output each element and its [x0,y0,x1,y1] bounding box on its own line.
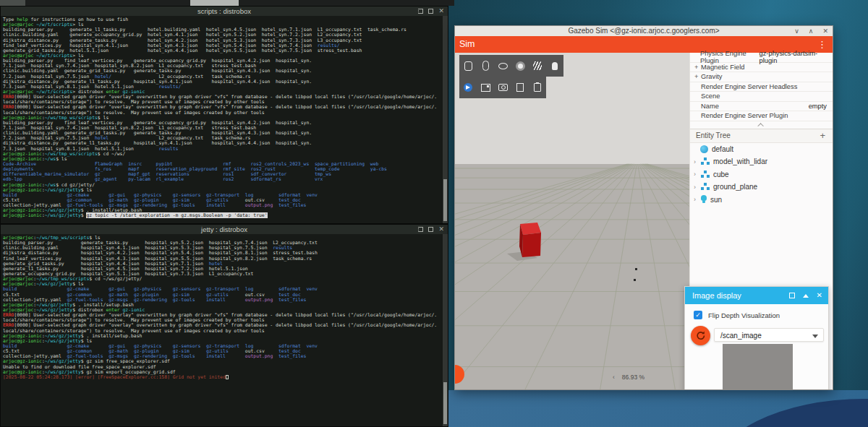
terminal-line: [2025-08-22 05:24:28.173] [error] [FreeS… [3,375,446,380]
top-strip-segment [0,0,25,6]
expand-plus-icon[interactable]: + [694,64,701,71]
checkbox-label: Flip Depth Visualization [708,311,780,319]
screenshot-button[interactable] [477,77,494,98]
property-label: Scene [701,92,720,100]
marker-dot [635,268,637,270]
ellipsoid-button[interactable] [494,55,511,77]
close-icon[interactable]: ✕ [822,26,828,36]
bulb-button[interactable] [546,55,563,77]
expand-plus-icon[interactable]: + [694,73,701,80]
world-property-row[interactable]: Render Engine Server Plugin [690,111,833,121]
entity-tree-header[interactable]: Entity Tree + [690,129,833,143]
desktop: scripts : distrobox ✕ Type help for inst… [0,0,868,427]
transform-button[interactable] [459,77,477,98]
property-label: Gravity [701,73,722,80]
entity-tree-item-ground_plane[interactable]: ›ground_plane [690,181,833,194]
topic-dropdown[interactable]: /scan_image [714,328,824,342]
world-property-row[interactable]: Scene [690,92,833,102]
rain-button[interactable] [529,55,546,77]
entity-tree-item-default[interactable]: default [690,143,833,156]
scrollbar[interactable] [443,234,448,426]
ellipsoid-icon [498,63,508,69]
close-icon[interactable]: ✕ [438,8,444,14]
terminal-window-scripts[interactable]: scripts : distrobox ✕ Type help for inst… [0,6,448,224]
cube-front-face [522,233,541,257]
gazebo-window[interactable]: Gazebo Sim <@gz-ionic.arjoc.c.googlers.c… [454,25,833,390]
world-property-row[interactable]: +Gravity [690,72,833,82]
collapse-icon[interactable] [803,294,809,298]
flip-depth-checkbox-row[interactable]: ✓ Flip Depth Visualization [694,311,780,319]
refresh-topics-button[interactable] [691,326,710,345]
top-strip [0,0,454,6]
camera-icon [498,84,508,91]
scrollbar-thumb[interactable] [443,382,447,424]
entity-tree-title: Entity Tree [696,131,731,139]
world-property-row[interactable]: Physics Engine Plugingz-physics-dartsim-… [690,53,833,63]
rtf-display[interactable]: ‹86.93 % [613,374,644,381]
image-display-dialog[interactable]: Image display ✕ ✓ Flip Depth Visualizati… [684,286,829,390]
top-strip-tab[interactable] [190,0,239,6]
rain-icon [533,61,542,70]
terminal-line: arjoc@gz-ionic:~/ws/gz/jetty$ gz topic -… [3,213,446,218]
window-titlebar[interactable]: Gazebo Sim <@gz-ionic.arjoc.c.googlers.c… [455,26,833,36]
plus-icon[interactable]: + [820,130,825,141]
entity-label: cube [713,171,729,178]
box-button[interactable] [459,55,477,77]
scrollbar[interactable] [443,16,448,223]
property-label: Name [701,103,719,110]
chevron-right-icon[interactable]: › [694,196,700,203]
undock-icon[interactable] [789,293,795,298]
property-value: gz-physics-dartsim-plugin [760,50,827,64]
camera-button[interactable] [494,77,511,98]
entity-label: sun [710,196,722,204]
app-bar-title: Sim [459,39,475,49]
copy-button[interactable] [511,77,529,98]
chevron-right-icon[interactable]: › [694,158,700,165]
capsule-icon [482,61,489,71]
scene-viewport[interactable]: ‹86.93 % [455,53,689,389]
bulb-icon [552,62,558,70]
paste-button[interactable] [529,77,546,98]
terminal-cursor [226,375,229,379]
terminal-output[interactable]: Type help for instructions on how to use… [1,16,448,220]
terminal-window-jetty[interactable]: jetty : distrobox ✕ arjoc@arjoc:~/ws/tmp… [0,224,448,427]
entity-tree-item-model_with_lidar[interactable]: ›model_with_lidar [690,155,833,168]
model-icon [704,183,707,186]
property-label: Render Engine Server Plugin [701,112,788,119]
checkbox-checked-icon[interactable]: ✓ [694,311,702,319]
entity-tree-item-cube[interactable]: ›cube [690,168,833,181]
window-title: Gazebo Sim <@gz-ionic.arjoc.c.googlers.c… [568,27,719,35]
chevron-right-icon[interactable]: › [694,171,700,178]
float-icon[interactable] [418,9,423,14]
entity-tree-list: default›model_with_lidar›cube›ground_pla… [690,143,833,207]
entity-tree-item-sun[interactable]: ›sun [690,194,833,207]
world-property-row[interactable]: Render Engine Server Headless [690,82,833,92]
terminal-titlebar[interactable]: scripts : distrobox ✕ [1,7,448,16]
terminal-title: scripts : distrobox [197,7,251,15]
panel-collapse-handle[interactable] [690,121,833,129]
close-icon[interactable]: ✕ [817,287,822,304]
entity-label: default [712,145,733,153]
scrollbar-thumb[interactable] [443,179,447,221]
sun-button[interactable] [511,55,529,77]
detach-icon[interactable] [428,9,433,14]
float-icon[interactable] [418,227,423,232]
detach-icon[interactable] [428,227,433,232]
terminal-title: jetty : distrobox [201,225,247,233]
image-display-header[interactable]: Image display ✕ [685,287,828,304]
world-property-row[interactable]: Nameempty [690,102,833,112]
capsule-button[interactable] [477,55,494,77]
entity-label: model_with_lidar [713,158,767,165]
property-label: Physics Engine Plugin [700,50,760,64]
expand-chevron-icon[interactable]: ‹ [613,374,615,381]
shapes-toolbar [459,55,563,77]
terminal-titlebar[interactable]: jetty : distrobox ✕ [1,225,448,234]
marker-dot [634,279,636,281]
minimize-icon[interactable]: ∨ [794,26,799,36]
cube-top-face [520,223,541,235]
model-icon [704,171,707,173]
chevron-right-icon[interactable]: › [694,184,700,191]
maximize-icon[interactable]: ∧ [809,26,814,36]
terminal-output[interactable]: arjoc@arjoc:~/ws/tmp_ws/scripts$ lsbuild… [1,234,448,381]
close-icon[interactable]: ✕ [438,226,444,233]
